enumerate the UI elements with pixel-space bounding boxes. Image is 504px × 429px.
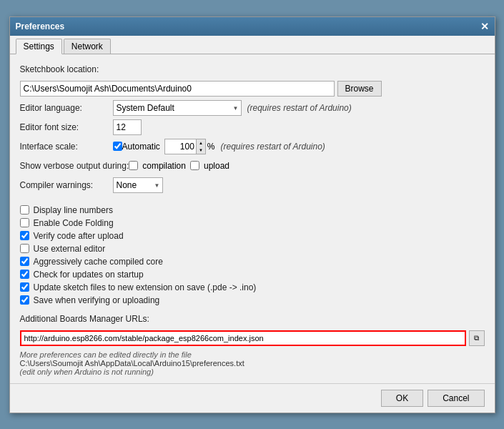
tabs-bar: Settings Network (10, 36, 495, 54)
additional-boards-label-row: Additional Boards Manager URLs: (20, 311, 485, 327)
cancel-button[interactable]: Cancel (428, 390, 484, 407)
checkbox-2[interactable] (20, 231, 29, 240)
checkbox-3[interactable] (20, 244, 29, 253)
verbose-compilation-label: compilation (142, 161, 186, 171)
checkbox-row-5: Check for updates on startup (20, 270, 485, 280)
interface-scale-row: Interface scale: Automatic ▲ ▼ % (requir… (20, 139, 485, 154)
checkbox-label-4: Aggressively cache compiled core (34, 257, 163, 267)
checkbox-6[interactable] (20, 282, 29, 292)
info-section: More preferences can be edited directly … (20, 350, 485, 376)
checkbox-label-2: Verify code after upload (34, 231, 124, 241)
interface-automatic-checkbox[interactable] (113, 142, 122, 151)
editor-language-hint: (requires restart of Arduino) (247, 103, 352, 113)
info-line-1: More preferences can be edited directly … (20, 350, 485, 359)
checkbox-5[interactable] (20, 270, 29, 279)
checkbox-label-6: Update sketch files to new extension on … (34, 282, 257, 292)
compiler-warnings-select-wrapper: None (113, 177, 163, 193)
scale-up-button[interactable]: ▲ (197, 139, 205, 147)
preferences-window: Preferences ✕ Settings Network Sketchboo… (9, 16, 495, 413)
compiler-warnings-label: Compiler warnings: (20, 180, 113, 190)
verbose-compilation-checkbox[interactable] (129, 161, 138, 170)
checkbox-row-0: Display line numbers (20, 205, 485, 215)
checkbox-row-7: Save when verifying or uploading (20, 295, 485, 305)
title-bar: Preferences ✕ (10, 17, 495, 36)
sketchbook-input-row: Browse (20, 81, 485, 97)
checkbox-row-3: Use external editor (20, 244, 485, 254)
footer: OK Cancel (10, 383, 495, 413)
checkbox-4[interactable] (20, 257, 29, 266)
checkbox-label-0: Display line numbers (34, 205, 113, 215)
browse-button[interactable]: Browse (337, 81, 382, 97)
checkbox-1[interactable] (20, 218, 29, 227)
checkbox-row-4: Aggressively cache compiled core (20, 257, 485, 267)
additional-boards-input[interactable] (20, 330, 466, 346)
checkbox-label-3: Use external editor (34, 244, 106, 254)
percent-label: % (207, 142, 215, 152)
editor-language-label: Editor language: (20, 103, 113, 113)
checkbox-label-1: Enable Code Folding (34, 218, 114, 228)
checkboxes-section: Display line numbers Enable Code Folding… (20, 205, 485, 305)
editor-language-select[interactable]: System Default (113, 100, 242, 116)
window-title: Preferences (16, 21, 65, 31)
info-line-2: C:\Users\Soumojit Ash\AppData\Local\Ardu… (20, 359, 485, 368)
verbose-label: Show verbose output during: (20, 161, 129, 171)
interface-automatic-label: Automatic (122, 142, 160, 152)
interface-scale-label: Interface scale: (20, 142, 113, 152)
checkbox-label-7: Save when verifying or uploading (34, 295, 160, 305)
sketchbook-label: Sketchbook location: (20, 64, 113, 74)
scale-input[interactable] (164, 139, 197, 154)
verbose-row: Show verbose output during: compilation … (20, 158, 485, 174)
verbose-upload-checkbox[interactable] (190, 161, 199, 170)
editor-font-size-input[interactable] (113, 119, 142, 135)
tab-settings[interactable]: Settings (16, 39, 62, 54)
tab-network[interactable]: Network (64, 39, 111, 54)
editor-language-row: Editor language: System Default (require… (20, 100, 485, 116)
editor-font-size-label: Editor font size: (20, 122, 113, 132)
interface-scale-hint: (requires restart of Arduino) (221, 142, 325, 152)
close-button[interactable]: ✕ (480, 21, 489, 32)
ok-button[interactable]: OK (381, 390, 423, 407)
checkbox-0[interactable] (20, 205, 29, 214)
settings-content: Sketchbook location: Browse Editor langu… (10, 54, 495, 383)
info-line-3: (edit only when Arduino is not running) (20, 368, 485, 376)
compiler-warnings-row: Compiler warnings: None (20, 177, 485, 193)
verbose-options: compilation upload (129, 161, 229, 171)
additional-boards-input-row: ⧉ (20, 330, 485, 346)
scale-down-button[interactable]: ▼ (197, 147, 205, 154)
editor-font-size-row: Editor font size: (20, 119, 485, 135)
checkbox-row-1: Enable Code Folding (20, 218, 485, 228)
sketchbook-input[interactable] (20, 81, 335, 97)
checkbox-row-2: Verify code after upload (20, 231, 485, 241)
additional-boards-label: Additional Boards Manager URLs: (20, 314, 149, 324)
editor-language-select-wrapper: System Default (113, 100, 242, 116)
verbose-upload-label: upload (204, 161, 229, 171)
compiler-warnings-select[interactable]: None (113, 177, 163, 193)
checkbox-row-6: Update sketch files to new extension on … (20, 282, 485, 292)
sketchbook-row: Sketchbook location: (20, 61, 485, 77)
checkbox-label-5: Check for updates on startup (34, 270, 144, 280)
additional-boards-section: Additional Boards Manager URLs: ⧉ (20, 311, 485, 346)
additional-boards-icon-button[interactable]: ⧉ (469, 330, 485, 346)
scale-spinner-buttons: ▲ ▼ (197, 139, 206, 154)
checkbox-7[interactable] (20, 295, 29, 305)
scale-spinner: ▲ ▼ (164, 139, 206, 154)
